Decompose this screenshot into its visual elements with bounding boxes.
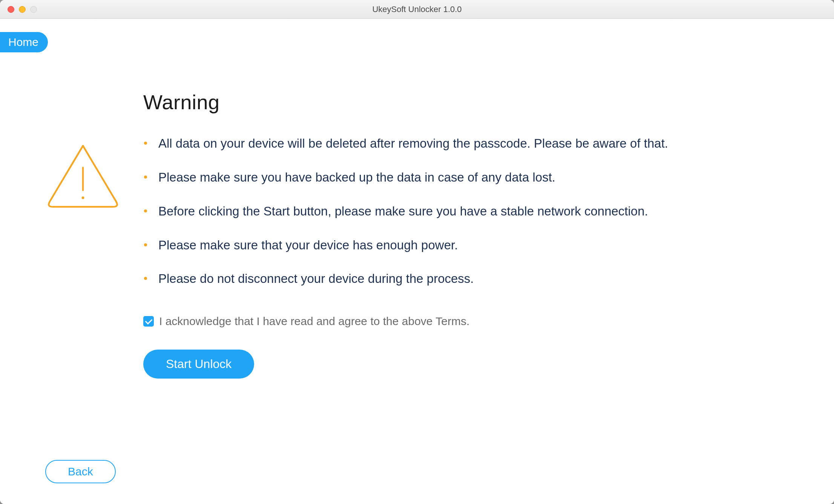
svg-point-1: [82, 197, 84, 199]
warning-item: All data on your device will be deleted …: [143, 134, 800, 153]
content-area: Home Warning All data on your device wil…: [0, 19, 834, 504]
warning-list: All data on your device will be deleted …: [143, 134, 800, 288]
acknowledge-row: I acknowledge that I have read and agree…: [143, 315, 800, 328]
warning-icon-wrap: [45, 90, 121, 379]
titlebar: UkeySoft Unlocker 1.0.0: [0, 0, 834, 19]
app-window: UkeySoft Unlocker 1.0.0 Home Warning All…: [0, 0, 834, 504]
acknowledge-label: I acknowledge that I have read and agree…: [159, 315, 469, 328]
start-unlock-label: Start Unlock: [166, 357, 231, 371]
window-title: UkeySoft Unlocker 1.0.0: [372, 5, 461, 14]
maximize-window-button[interactable]: [30, 6, 37, 13]
warning-item: Before clicking the Start button, please…: [143, 202, 800, 220]
warning-item: Please do not disconnect your device dur…: [143, 270, 800, 288]
warning-item: Please make sure you have backed up the …: [143, 168, 800, 186]
minimize-window-button[interactable]: [19, 6, 26, 13]
home-label: Home: [8, 36, 38, 48]
close-window-button[interactable]: [8, 6, 14, 13]
traffic-lights: [8, 6, 37, 13]
home-button[interactable]: Home: [0, 32, 48, 52]
warning-triangle-icon: [45, 141, 121, 209]
warning-heading: Warning: [143, 90, 800, 114]
main-content: Warning All data on your device will be …: [0, 19, 834, 379]
acknowledge-checkbox[interactable]: [143, 316, 154, 327]
warning-text-block: Warning All data on your device will be …: [143, 90, 800, 379]
back-label: Back: [68, 465, 93, 478]
back-button[interactable]: Back: [45, 460, 116, 483]
start-unlock-button[interactable]: Start Unlock: [143, 350, 254, 379]
warning-item: Please make sure that your device has en…: [143, 236, 800, 254]
